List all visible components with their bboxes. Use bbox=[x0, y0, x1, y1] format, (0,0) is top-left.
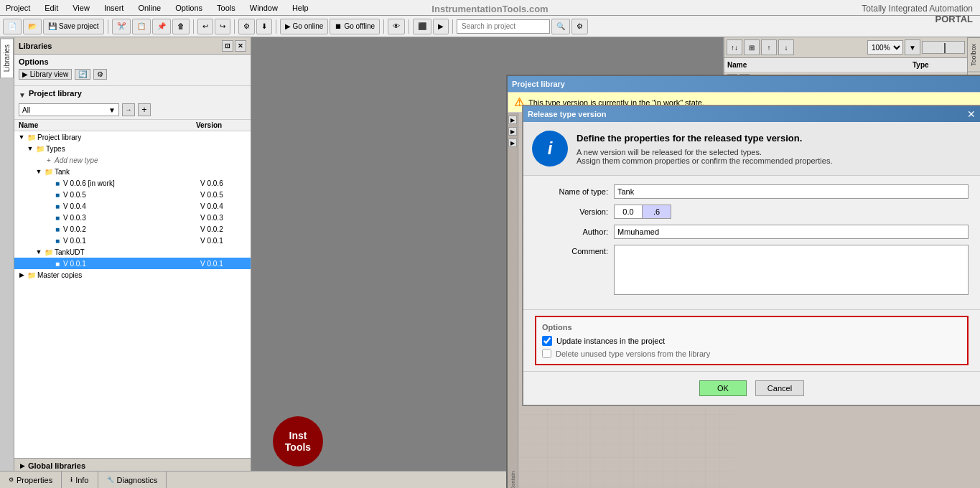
zoom-select[interactable]: 100% 75% 150% bbox=[867, 40, 903, 55]
tree-label: V 0.0.6 [in work] bbox=[63, 179, 200, 187]
libraries-header: Libraries ⊡ ✕ bbox=[14, 37, 251, 55]
version-label: Version: bbox=[535, 207, 614, 216]
toolbar-sep-7 bbox=[452, 19, 453, 34]
zoom-dropdown-button[interactable]: ▼ bbox=[905, 39, 920, 55]
delete-button[interactable]: 🗑 bbox=[172, 19, 190, 34]
author-input[interactable] bbox=[614, 225, 969, 239]
collapse-button[interactable]: ✕ bbox=[235, 40, 246, 52]
filter-dropdown[interactable]: All ▼ bbox=[19, 103, 119, 116]
form-row-version: Version: bbox=[535, 205, 969, 219]
type-icon: ■ bbox=[52, 178, 63, 188]
right-btn-2[interactable]: ⊞ bbox=[744, 39, 760, 55]
update-instances-checkbox[interactable] bbox=[542, 336, 552, 346]
right-btn-1[interactable]: ↑↓ bbox=[727, 39, 742, 55]
settings-button[interactable]: ⚙ bbox=[571, 19, 588, 34]
delete-unused-checkbox[interactable] bbox=[542, 349, 551, 358]
tree-item-v003[interactable]: ■ V 0.0.3 V 0.0.3 bbox=[14, 212, 251, 223]
right-btn-up[interactable]: ↑ bbox=[761, 39, 777, 55]
expand-icon[interactable]: ▼ bbox=[26, 145, 34, 152]
compile-button[interactable]: ⚙ bbox=[238, 19, 255, 34]
tree-content[interactable]: ▼ 📁 Project library ▼ 📁 Types + Add new … bbox=[14, 131, 251, 458]
left-tab-libraries[interactable]: Libraries bbox=[0, 38, 14, 78]
tree-item-v001[interactable]: ■ V 0.0.1 V 0.0.1 bbox=[14, 235, 251, 246]
contain-btn-1[interactable]: ▶ bbox=[508, 116, 517, 124]
properties-icon: ⚙ bbox=[9, 477, 14, 483]
cancel-button[interactable]: Cancel bbox=[755, 380, 804, 396]
name-input[interactable] bbox=[614, 184, 969, 199]
menu-insert[interactable]: Insert bbox=[101, 2, 127, 14]
type-icon: ■ bbox=[52, 258, 63, 268]
download-button[interactable]: ⬇ bbox=[256, 19, 272, 34]
tree-item-master-copies[interactable]: ▶ 📁 Master copies bbox=[14, 269, 251, 281]
contain-btn-2[interactable]: ▶ bbox=[508, 127, 517, 136]
type-icon: ■ bbox=[52, 189, 63, 200]
save-button[interactable]: 💾 Save project bbox=[43, 19, 104, 34]
tree-item-add-type[interactable]: + Add new type bbox=[14, 154, 251, 166]
library-view-button[interactable]: ▶ Library view bbox=[19, 69, 72, 80]
lib-refresh-button[interactable]: 🔄 bbox=[75, 69, 90, 80]
checkbox-row-2: Delete unused type versions from the lib… bbox=[542, 349, 961, 358]
undock-button[interactable]: ⊡ bbox=[222, 40, 233, 52]
logo: Inst Tools bbox=[273, 416, 323, 466]
status-properties[interactable]: ⚙ Properties bbox=[0, 471, 62, 488]
tree-item-types[interactable]: ▼ 📁 Types bbox=[14, 143, 251, 154]
tree-item-tankudt[interactable]: ▼ 📁 TankUDT bbox=[14, 246, 251, 258]
undo-button[interactable]: ↩ bbox=[197, 19, 213, 34]
menu-online[interactable]: Online bbox=[135, 2, 164, 14]
expand-icon[interactable]: ▼ bbox=[17, 133, 26, 141]
menu-options[interactable]: Options bbox=[172, 2, 205, 14]
tree-header: Name Version bbox=[14, 120, 251, 131]
col-version: Version bbox=[196, 121, 246, 129]
tree-item-v002[interactable]: ■ V 0.0.2 V 0.0.2 bbox=[14, 223, 251, 235]
toolbar-sep-6 bbox=[409, 19, 409, 34]
tree-item-tank[interactable]: ▼ 📁 Tank bbox=[14, 166, 251, 177]
menu-tools[interactable]: Tools bbox=[214, 2, 238, 14]
contain-label: Contain bbox=[510, 150, 516, 488]
new-button[interactable]: 📄 bbox=[3, 19, 22, 34]
info-icon: ℹ bbox=[70, 477, 73, 483]
rtv-options: Options Update instances in the project … bbox=[523, 309, 980, 371]
redo-button[interactable]: ↪ bbox=[215, 19, 230, 34]
tree-item-v004[interactable]: ■ V 0.0.4 V 0.0.4 bbox=[14, 200, 251, 212]
options-section: Options ▶ Library view 🔄 ⚙ bbox=[14, 55, 251, 86]
cut-button[interactable]: ✂️ bbox=[112, 19, 131, 34]
rtv-close-button[interactable]: ✕ bbox=[967, 108, 976, 120]
version-major-input[interactable] bbox=[614, 205, 643, 219]
menu-view[interactable]: View bbox=[70, 2, 93, 14]
status-info[interactable]: ℹ Info bbox=[62, 471, 98, 488]
tree-item-v005[interactable]: ■ V 0.0.5 V 0.0.5 bbox=[14, 189, 251, 200]
tree-label: V 0.0.4 bbox=[63, 202, 200, 210]
zoom-slider[interactable] bbox=[922, 41, 965, 54]
comment-textarea[interactable] bbox=[614, 245, 969, 295]
filter-forward-button[interactable]: → bbox=[122, 103, 135, 116]
lib-config-button[interactable]: ⚙ bbox=[93, 69, 107, 80]
contain-btn-3[interactable]: ▶ bbox=[508, 139, 517, 147]
start-button[interactable]: ▶ bbox=[433, 19, 449, 34]
filter-add-button[interactable]: + bbox=[138, 103, 151, 116]
menu-edit[interactable]: Edit bbox=[42, 2, 61, 14]
right-btn-down[interactable]: ↓ bbox=[778, 39, 794, 55]
diagnostics-label: Diagnostics bbox=[117, 476, 158, 484]
expand-icon[interactable]: ▼ bbox=[34, 248, 43, 255]
open-button[interactable]: 📂 bbox=[23, 19, 42, 34]
tree-item-project-library[interactable]: ▼ 📁 Project library bbox=[14, 131, 251, 143]
right-tab-toolbox[interactable]: Toolbox bbox=[968, 37, 980, 72]
go-offline-button[interactable]: ⏹ Go offline bbox=[330, 19, 380, 34]
expand-icon[interactable]: ▶ bbox=[17, 271, 26, 278]
search-button[interactable]: 🔍 bbox=[551, 19, 570, 34]
stop-button[interactable]: ⬛ bbox=[413, 19, 431, 34]
menu-help[interactable]: Help bbox=[289, 2, 312, 14]
paste-button[interactable]: 📌 bbox=[152, 19, 171, 34]
tree-item-tankudt-v001[interactable]: ■ V 0.0.1 V 0.0.1 bbox=[14, 258, 251, 269]
go-online-button[interactable]: ▶ Go online bbox=[280, 19, 329, 34]
search-input[interactable] bbox=[457, 19, 550, 34]
version-minor-input[interactable] bbox=[643, 205, 671, 219]
status-diagnostics[interactable]: 🔧 Diagnostics bbox=[98, 471, 167, 488]
menu-project[interactable]: Project bbox=[3, 2, 33, 14]
tree-item-v006[interactable]: ■ V 0.0.6 [in work] V 0.0.6 bbox=[14, 177, 251, 189]
expand-icon[interactable]: ▼ bbox=[34, 168, 43, 175]
menu-window[interactable]: Window bbox=[247, 2, 281, 14]
ok-button[interactable]: OK bbox=[699, 380, 747, 396]
monitor-button[interactable]: 👁 bbox=[388, 19, 405, 34]
copy-button[interactable]: 📋 bbox=[132, 19, 151, 34]
